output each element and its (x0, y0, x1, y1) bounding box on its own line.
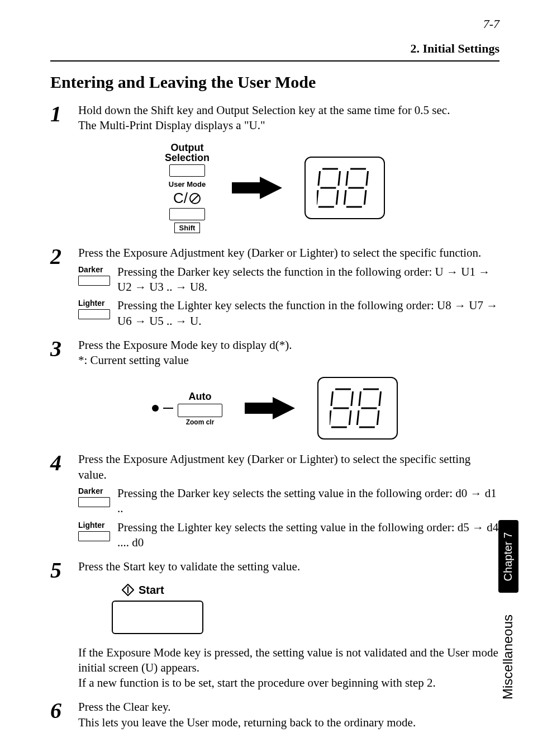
step-4-lighter-text: Pressing the Lighter key selects the set… (117, 520, 499, 551)
step-3-line-2: *: Current setting value (78, 353, 499, 368)
step-4-intro: Press the Exposure Adjustment key (Darke… (78, 452, 499, 483)
svg-line-5 (339, 171, 340, 186)
svg-line-20 (351, 391, 353, 406)
svg-line-11 (346, 171, 348, 186)
header-rule (50, 60, 499, 62)
section-side-label: Miscellaneous (499, 601, 516, 713)
darker-key[interactable] (78, 497, 110, 507)
svg-line-23 (349, 410, 351, 425)
label-output: Output (171, 143, 204, 153)
chapter-tab: Chapter 7 (498, 520, 518, 593)
svg-line-12 (367, 171, 368, 186)
svg-line-29 (357, 410, 359, 425)
page-title: Entering and Leaving the User Mode (50, 73, 499, 92)
shift-key[interactable]: Shift (174, 223, 201, 233)
svg-line-8 (336, 190, 338, 205)
step-3-line-1: Press the Exposure Mode key to display d… (78, 338, 499, 353)
seven-segment-display (304, 157, 385, 219)
page-number: 7-7 (50, 17, 499, 31)
step-2-intro: Press the Exposure Adjustment key (Darke… (78, 245, 499, 261)
chapter-tab-label: Chapter 7 (502, 532, 515, 581)
label-auto: Auto (189, 391, 212, 403)
step-6: 6 Press the Clear key. This lets you lea… (50, 700, 499, 730)
step-4-darker-text: Pressing the Darker key selects the sett… (117, 486, 499, 517)
lighter-label: Lighter (78, 298, 104, 308)
svg-line-19 (331, 391, 333, 406)
arrow-right-icon (245, 394, 295, 422)
svg-line-26 (359, 391, 361, 406)
indicator-dot-icon (152, 405, 159, 412)
svg-line-14 (344, 190, 346, 205)
step-5-after-2: If a new function is to be set, start th… (78, 675, 499, 691)
step-5-line-1: Press the Start key to validate the sett… (78, 559, 499, 574)
c-slash-text: C/ (173, 190, 188, 207)
label-c-stop: C/ (173, 190, 201, 207)
step-5: 5 Press the Start key to validate the se… (50, 559, 499, 691)
indicator-dash (163, 408, 173, 409)
step-3: 3 Press the Exposure Mode key to display… (50, 338, 499, 368)
stop-icon (189, 192, 201, 205)
darker-label: Darker (78, 264, 103, 275)
label-selection: Selection (165, 153, 210, 163)
step-1: 1 Hold down the Shift key and Output Sel… (50, 103, 499, 134)
step-number: 4 (50, 452, 78, 474)
diagram-auto: Auto Zoom clr (50, 377, 499, 440)
start-block: Start (112, 583, 499, 634)
start-diamond-icon (122, 584, 134, 596)
step-number: 3 (50, 338, 78, 360)
svg-line-15 (364, 190, 366, 205)
step-5-after-1: If the Exposure Mode key is pressed, the… (78, 645, 499, 676)
step-2-darker-text: Pressing the Darker key selects the func… (117, 264, 499, 295)
step-number: 2 (50, 245, 78, 268)
svg-marker-17 (245, 397, 295, 419)
seven-segment-display (317, 377, 398, 440)
svg-line-22 (330, 410, 331, 425)
breadcrumb: 2. Initial Settings (50, 41, 499, 56)
darker-label: Darker (78, 486, 103, 496)
darker-key[interactable] (78, 276, 110, 286)
section-side-label-text: Miscellaneous (500, 615, 516, 700)
step-4: 4 Press the Exposure Adjustment key (Dar… (50, 452, 499, 550)
lighter-key[interactable] (78, 309, 110, 319)
arrow-right-icon (232, 174, 282, 202)
auto-panel: Auto Zoom clr (152, 391, 222, 426)
step-1-line-2: The Multi-Print Display displays a "U." (78, 118, 499, 133)
step-number: 5 (50, 559, 78, 582)
diagram-user-mode: Output Selection User Mode C/ Shift (50, 143, 499, 234)
step-number: 1 (50, 103, 78, 125)
svg-line-27 (379, 391, 381, 406)
step-1-line-1: Hold down the Shift key and Output Selec… (78, 103, 499, 118)
label-user-mode: User Mode (169, 180, 206, 188)
lighter-key[interactable] (78, 531, 110, 541)
start-label-text: Start (139, 583, 164, 597)
svg-marker-2 (232, 177, 282, 199)
clear-key[interactable] (169, 208, 205, 220)
step-2: 2 Press the Exposure Adjustment key (Dar… (50, 245, 499, 328)
step-6-line-1: Press the Clear key. (78, 700, 499, 715)
svg-line-1 (192, 195, 198, 202)
output-selection-key[interactable] (169, 164, 205, 177)
output-selection-panel: Output Selection User Mode C/ Shift (165, 143, 210, 234)
step-6-line-2: This lets you leave the User mode, retur… (78, 715, 499, 730)
step-number: 6 (50, 700, 78, 722)
start-key[interactable] (112, 601, 203, 634)
step-2-lighter-text: Pressing the Lighter key selects the fun… (117, 298, 499, 329)
svg-line-7 (317, 190, 318, 205)
svg-line-30 (377, 410, 379, 425)
lighter-label: Lighter (78, 520, 104, 530)
label-zoom-clr: Zoom clr (186, 418, 215, 426)
svg-line-4 (318, 171, 320, 186)
exposure-mode-key[interactable] (178, 404, 222, 417)
